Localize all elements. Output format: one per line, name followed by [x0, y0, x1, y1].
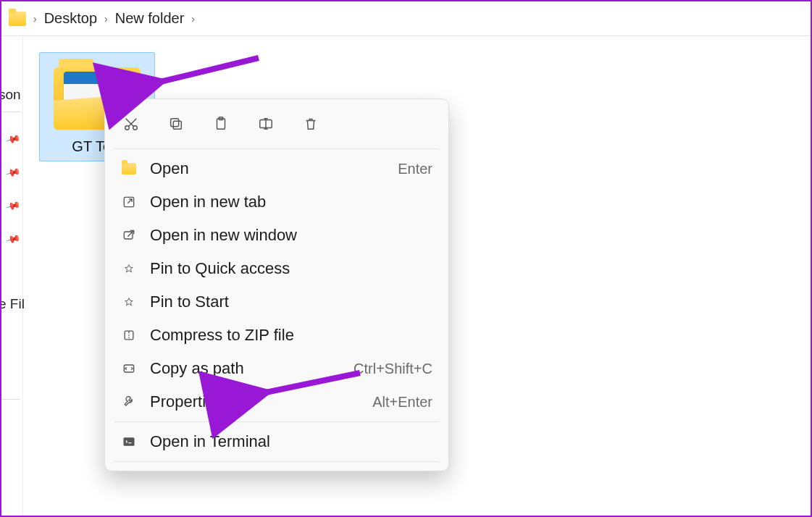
zip-icon: [121, 327, 137, 343]
copy-icon[interactable]: [166, 114, 186, 134]
paste-icon[interactable]: [211, 114, 231, 134]
pin-icon: [121, 294, 137, 310]
svg-rect-2: [173, 121, 181, 129]
context-menu: Open Enter Open in new tab Open in new w…: [104, 98, 449, 471]
copy-path-icon: [121, 361, 137, 377]
cut-icon[interactable]: [121, 114, 141, 134]
folder-icon: [121, 161, 137, 177]
menu-label: Copy as path: [150, 359, 244, 378]
svg-rect-3: [171, 119, 179, 127]
pin-icon: 📌: [4, 131, 24, 149]
context-menu-open-terminal[interactable]: Open in Terminal: [105, 425, 448, 458]
pin-icon: 📌: [4, 198, 24, 216]
wrench-icon: [121, 394, 137, 410]
context-menu-copy-as-path[interactable]: Copy as path Ctrl+Shift+C: [105, 352, 448, 385]
context-menu-action-row: [105, 105, 448, 146]
sidebar-label-fragment: son: [0, 87, 22, 103]
context-menu-compress-zip[interactable]: Compress to ZIP file: [105, 319, 448, 352]
menu-label: Pin to Start: [150, 293, 229, 311]
chevron-right-icon[interactable]: ›: [191, 13, 195, 25]
pin-icon: 📌: [4, 164, 24, 182]
svg-rect-11: [124, 437, 135, 446]
menu-label: Open in new window: [150, 226, 297, 245]
menu-shortcut: Alt+Enter: [372, 394, 432, 411]
svg-point-0: [125, 126, 130, 130]
context-menu-open[interactable]: Open Enter: [105, 152, 448, 185]
context-menu-open-new-tab[interactable]: Open in new tab: [105, 185, 448, 219]
new-tab-icon: [121, 194, 137, 210]
context-menu-properties[interactable]: Properties Alt+Enter: [105, 385, 448, 419]
breadcrumb-item[interactable]: Desktop: [44, 10, 97, 27]
menu-shortcut: Ctrl+Shift+C: [353, 361, 432, 377]
breadcrumb-item[interactable]: New folder: [115, 10, 185, 27]
menu-label: Pin to Quick access: [150, 259, 290, 278]
context-menu-open-new-window[interactable]: Open in new window: [105, 219, 448, 252]
pin-icon: 📌: [4, 231, 24, 249]
sidebar-label-fragment: e Fil: [0, 296, 22, 312]
breadcrumb[interactable]: › Desktop › New folder ›: [1, 1, 811, 36]
sidebar: son 📌 📌 📌 📌 e Fil: [1, 36, 23, 516]
rename-icon[interactable]: [256, 114, 276, 134]
menu-label: Open: [150, 159, 189, 178]
menu-shortcut: Enter: [398, 161, 432, 177]
terminal-icon: [121, 434, 137, 450]
context-menu-pin-start[interactable]: Pin to Start: [105, 285, 448, 319]
svg-point-1: [133, 126, 138, 130]
menu-label: Properties: [150, 392, 222, 411]
menu-label: Open in Terminal: [150, 432, 270, 451]
menu-label: Open in new tab: [150, 193, 266, 211]
pin-icon: [121, 261, 137, 277]
chevron-right-icon[interactable]: ›: [33, 13, 37, 25]
menu-label: Compress to ZIP file: [150, 326, 294, 345]
new-window-icon: [121, 227, 137, 243]
delete-icon[interactable]: [301, 114, 321, 134]
context-menu-pin-quick-access[interactable]: Pin to Quick access: [105, 252, 448, 285]
chevron-right-icon[interactable]: ›: [104, 13, 108, 25]
folder-icon: [9, 12, 26, 26]
